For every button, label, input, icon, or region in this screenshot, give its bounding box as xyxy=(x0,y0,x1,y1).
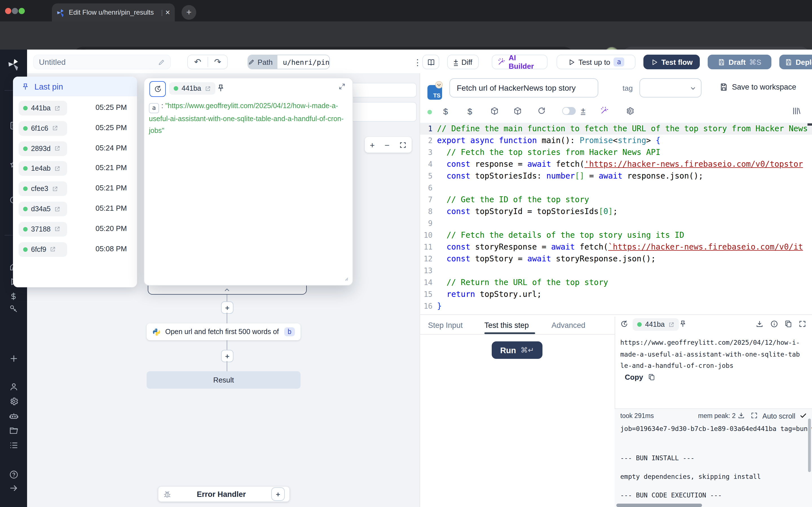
code-line[interactable]: const topStoryId = topStoriesIds[0]; xyxy=(437,206,618,217)
code-line[interactable]: // Get the ID of the top story xyxy=(437,194,589,206)
last-pin-row[interactable]: 1e4ab05:21 PM xyxy=(13,161,137,177)
add-error-handler-button[interactable]: + xyxy=(271,487,285,501)
pin-icon[interactable] xyxy=(679,320,687,328)
gear-icon[interactable] xyxy=(9,397,18,406)
external-link-icon[interactable] xyxy=(54,166,60,172)
pin-id-pill[interactable]: 441ba xyxy=(18,101,67,115)
tab-test-this-step[interactable]: Test this step xyxy=(485,321,529,330)
python-step-node[interactable]: Open url and fetch first 500 words of ..… xyxy=(147,323,301,340)
ai-builder-button[interactable]: AI Builder xyxy=(492,55,548,69)
path-button[interactable]: Path u/henri/pin xyxy=(248,55,330,69)
pin-icon[interactable] xyxy=(216,84,225,93)
pin-id-pill[interactable]: d34a5 xyxy=(18,202,67,216)
tab-step-input[interactable]: Step Input xyxy=(428,321,463,330)
result-node[interactable]: Result xyxy=(147,371,301,389)
pin-id-pill[interactable]: 441ba xyxy=(169,82,215,95)
code-line[interactable]: } xyxy=(437,300,442,312)
code-line[interactable]: // Define the main function to fetch the… xyxy=(437,123,808,135)
pin-id-pill[interactable]: 6f1c6 xyxy=(18,121,67,136)
pin-id-pill[interactable]: 1e4ab xyxy=(18,161,67,176)
tag-select[interactable] xyxy=(640,78,702,98)
more-options-icon[interactable]: ⋮ xyxy=(413,57,422,68)
run-button[interactable]: Run ⌘↵ xyxy=(492,341,543,359)
logs-list-icon[interactable] xyxy=(9,441,18,450)
refresh-icon[interactable] xyxy=(538,107,546,115)
tab-close-icon[interactable]: ✕ xyxy=(165,9,170,16)
expand-logs-icon[interactable] xyxy=(751,412,758,419)
toggle-switch[interactable] xyxy=(562,107,576,115)
last-pin-row[interactable]: 441ba05:25 PM xyxy=(13,100,137,116)
browser-tab[interactable]: Edit Flow u/henri/pin_results | ✕ xyxy=(52,3,175,21)
external-link-icon[interactable] xyxy=(52,125,58,131)
tab-advanced[interactable]: Advanced xyxy=(552,321,585,330)
code-line[interactable]: const response = await fetch('https://ha… xyxy=(437,158,803,170)
external-link-icon[interactable] xyxy=(52,186,58,192)
chevron-up-icon[interactable] xyxy=(223,286,231,293)
flow-name-input[interactable]: Untitled xyxy=(33,55,171,69)
pin-history-button[interactable] xyxy=(149,81,166,97)
code-line[interactable]: export async function main(): Promise<st… xyxy=(437,135,660,147)
redo-button[interactable]: ↷ xyxy=(208,57,227,67)
last-pin-row[interactable]: cfee305:21 PM xyxy=(13,181,137,196)
external-link-icon[interactable] xyxy=(205,86,211,92)
zoom-in-icon[interactable]: + xyxy=(370,140,375,150)
pin-id-pill[interactable]: 2893d xyxy=(18,141,67,156)
save-to-workspace-button[interactable]: Save to workspace xyxy=(719,83,796,91)
diff-button[interactable]: ± Diff xyxy=(447,55,479,69)
last-pin-row[interactable]: 3718805:20 PM xyxy=(13,221,137,237)
last-pin-row[interactable]: 6f1c605:25 PM xyxy=(13,121,137,136)
error-handler-node[interactable]: Error Handler + xyxy=(158,486,290,502)
user-icon[interactable] xyxy=(9,382,18,392)
ai-wand-icon[interactable] xyxy=(600,107,608,115)
traffic-minimize-button[interactable] xyxy=(12,8,18,14)
info-icon[interactable] xyxy=(770,320,778,328)
download-logs-icon[interactable] xyxy=(738,412,745,419)
diff-icon[interactable]: ± xyxy=(581,107,585,115)
fit-view-icon[interactable] xyxy=(399,141,407,149)
check-icon[interactable] xyxy=(800,412,807,419)
copy-clipboard-icon[interactable] xyxy=(784,320,792,328)
collapse-sidebar-icon[interactable] xyxy=(9,483,18,493)
deploy-button[interactable]: Deploy xyxy=(779,55,812,69)
code-line[interactable]: // Return the URL of the top story xyxy=(437,277,608,288)
resources-icon[interactable] xyxy=(9,304,18,313)
windmill-logo-icon[interactable] xyxy=(7,58,20,70)
workers-icon[interactable] xyxy=(9,411,18,421)
test-flow-button[interactable]: Test flow xyxy=(644,55,700,69)
traffic-close-button[interactable] xyxy=(5,8,11,14)
copy-button[interactable]: Copy xyxy=(625,373,655,381)
pin-id-pill[interactable]: 37188 xyxy=(18,222,67,237)
external-link-icon[interactable] xyxy=(54,226,60,232)
zoom-out-icon[interactable]: − xyxy=(385,140,390,150)
resize-handle-icon[interactable] xyxy=(343,276,349,281)
horizontal-scrollbar[interactable] xyxy=(616,504,702,507)
vertical-scrollbar[interactable] xyxy=(808,418,811,472)
external-link-icon[interactable] xyxy=(54,145,60,152)
traffic-zoom-button[interactable] xyxy=(18,8,25,14)
dollar-icon[interactable]: $ xyxy=(443,107,448,116)
library-icon[interactable] xyxy=(792,107,801,115)
dollar-icon[interactable]: $ xyxy=(467,107,472,116)
code-editor[interactable]: 1// Define the main function to fetch th… xyxy=(420,123,812,314)
pin-id-pill[interactable]: cfee3 xyxy=(18,181,67,196)
code-line[interactable]: // Fetch the top stories from Hacker New… xyxy=(437,147,660,158)
last-pin-row[interactable]: 6fcf905:08 PM xyxy=(13,241,137,257)
package-icon[interactable] xyxy=(513,107,522,115)
code-line[interactable]: // Fetch the details of the top story us… xyxy=(437,229,684,241)
code-line[interactable]: const topStoriesIds: number[] = await re… xyxy=(437,170,703,182)
add-icon[interactable] xyxy=(9,354,18,363)
package-icon[interactable] xyxy=(490,107,499,115)
download-icon[interactable] xyxy=(756,320,763,328)
expand-popup-icon[interactable] xyxy=(338,83,346,90)
undo-button[interactable]: ↶ xyxy=(188,57,208,67)
add-step-button[interactable]: + xyxy=(221,350,234,362)
code-line[interactable]: return topStory.url; xyxy=(437,288,542,300)
step-summary-input[interactable]: Fetch url of HackerNews top story xyxy=(449,78,598,98)
external-link-icon[interactable] xyxy=(54,105,60,111)
last-pin-row[interactable]: d34a505:21 PM xyxy=(13,201,137,217)
autoscroll-label[interactable]: Auto scroll xyxy=(762,412,795,420)
new-tab-button[interactable]: + xyxy=(182,5,196,20)
external-link-icon[interactable] xyxy=(54,206,60,212)
add-step-button[interactable]: + xyxy=(221,301,234,314)
code-line[interactable]: const storyResponse = await fetch(`https… xyxy=(437,241,803,253)
